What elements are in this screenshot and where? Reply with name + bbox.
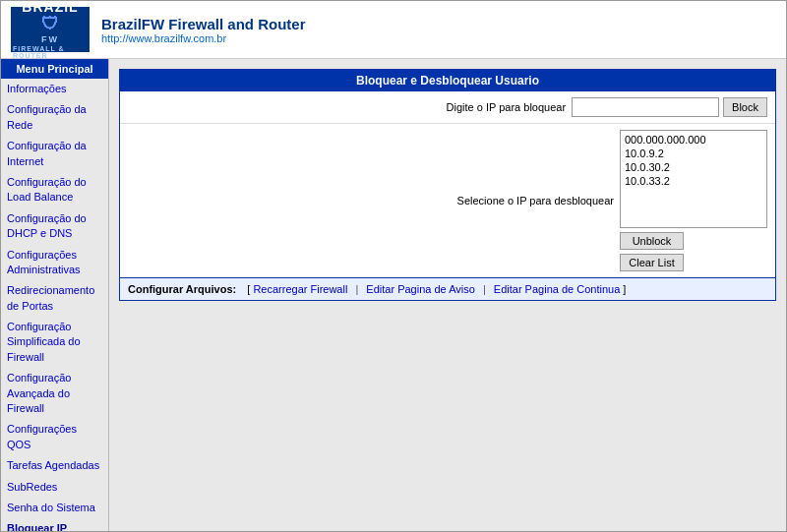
sidebar-item-loadbalance[interactable]: Configuração do Load Balance	[1, 172, 108, 208]
config-bar-label: Configurar Arquivos:	[128, 283, 236, 295]
reload-firewall-link[interactable]: Recarregar Firewall	[253, 283, 347, 295]
app-title: BrazilFW Firewall and Router	[101, 16, 306, 32]
sidebar-item-bloquear[interactable]: Bloquear IP	[1, 518, 108, 531]
panel-title: Bloquear e Desbloquear Usuario	[120, 70, 775, 91]
sidebar-item-dhcp[interactable]: Configuração do DHCP e DNS	[1, 208, 108, 245]
logo-brand-top: BRAZIL	[22, 0, 78, 14]
config-bar: Configurar Arquivos: [ Recarregar Firewa…	[120, 277, 775, 300]
unblock-ip-label: Selecione o IP para desbloquear	[128, 130, 620, 271]
header: BRAZIL 🛡 FW FIREWALL & ROUTER BrazilFW F…	[1, 1, 786, 59]
header-text: BrazilFW Firewall and Router http://www.…	[101, 16, 306, 44]
block-unblock-panel: Bloquear e Desbloquear Usuario Digite o …	[119, 69, 776, 301]
sidebar-item-qos[interactable]: Configurações QOS	[1, 419, 108, 455]
sidebar-item-internet[interactable]: Configuração da Internet	[1, 136, 108, 172]
ip-listbox[interactable]: 000.000.000.000 10.0.9.2 10.0.30.2 10.0.…	[620, 130, 767, 228]
edit-aviso-link[interactable]: Editar Pagina de Aviso	[366, 283, 474, 295]
block-form-row: Digite o IP para bloquear Block	[120, 91, 775, 124]
logo-shield-icon: 🛡	[41, 14, 59, 34]
list-item[interactable]: 10.0.30.2	[623, 160, 764, 174]
sidebar-item-advfw[interactable]: Configuração Avançada do Firewall	[1, 368, 108, 419]
app-url[interactable]: http://www.brazilfw.com.br	[101, 32, 226, 44]
logo: BRAZIL 🛡 FW FIREWALL & ROUTER	[11, 7, 90, 52]
config-bracket-open: [	[244, 283, 253, 295]
list-item[interactable]: 10.0.33.2	[623, 174, 764, 188]
sidebar-item-senha[interactable]: Senha do Sistema	[1, 498, 108, 518]
block-button[interactable]: Block	[723, 97, 767, 117]
list-item[interactable]: 10.0.9.2	[623, 147, 764, 160]
sidebar-item-informacoes[interactable]: Informações	[1, 79, 108, 99]
edit-continua-link[interactable]: Editar Pagina de Continua	[494, 283, 620, 295]
unblock-area: Selecione o IP para desbloquear 000.000.…	[120, 124, 775, 277]
list-item[interactable]: 000.000.000.000	[623, 133, 764, 147]
clearlist-button[interactable]: Clear List	[620, 254, 684, 271]
content-area: Bloquear e Desbloquear Usuario Digite o …	[109, 59, 786, 531]
block-ip-label: Digite o IP para bloquear	[128, 101, 572, 113]
config-bracket-close: ]	[620, 283, 626, 295]
config-sep-2: |	[480, 283, 489, 295]
unblock-button[interactable]: Unblock	[620, 232, 684, 250]
sidebar-item-subredes[interactable]: SubRedes	[1, 477, 108, 498]
sidebar: Menu Principal Informações Configuração …	[1, 59, 109, 531]
logo-sub-text: FIREWALL & ROUTER	[13, 45, 88, 59]
logo-fw-text: FW	[41, 34, 59, 44]
sidebar-item-simplefw[interactable]: Configuração Simplificada do Firewall	[1, 317, 108, 368]
sidebar-item-rede[interactable]: Configuração da Rede	[1, 99, 108, 136]
sidebar-item-redir[interactable]: Redirecionamento de Portas	[1, 280, 108, 317]
unblock-list-area: 000.000.000.000 10.0.9.2 10.0.30.2 10.0.…	[620, 130, 767, 271]
sidebar-item-admin[interactable]: Configurações Administrativas	[1, 245, 108, 281]
main-layout: Menu Principal Informações Configuração …	[1, 59, 786, 531]
sidebar-title: Menu Principal	[1, 59, 108, 79]
block-ip-input[interactable]	[572, 97, 719, 117]
sidebar-item-tarefas[interactable]: Tarefas Agendadas	[1, 455, 108, 476]
config-sep-1: |	[352, 283, 361, 295]
